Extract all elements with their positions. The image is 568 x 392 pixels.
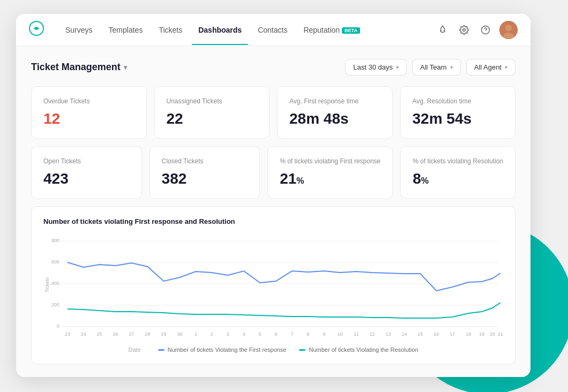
svg-text:13: 13 [386,331,391,337]
svg-text:4: 4 [243,331,245,337]
page-title: Ticket Management ▾ [31,62,127,73]
x-axis-label: Date [129,346,141,353]
chart-card: Number of tickets violating First respon… [31,206,515,364]
chevron-down-icon: ▾ [450,64,453,70]
stat-label: % of tickets violating Resolution [413,157,503,165]
nav-reputation[interactable]: ReputationBETA [297,21,367,39]
svg-text:0: 0 [57,323,59,329]
svg-text:20: 20 [490,331,495,337]
stat-value: 12 [43,110,134,127]
agent-filter[interactable]: All Agent ▾ [466,59,515,76]
chart-legend: Date Number of tickets Violating the Fir… [43,346,503,353]
svg-text:7: 7 [290,331,293,337]
svg-text:12: 12 [370,331,375,337]
logo [29,21,44,39]
stat-card-first-response: Avg. First response time 28m 48s [277,86,393,139]
nav-dashboards[interactable]: Dashboards [192,21,248,39]
svg-text:16: 16 [434,331,439,337]
svg-text:400: 400 [51,281,59,286]
stat-card-closed: Closed Tickets 382 [150,146,260,199]
stat-label: Avg. First response time [289,97,380,105]
nav-actions [435,21,518,39]
legend-color-first [158,349,165,351]
legend-color-resolution [299,349,305,351]
stat-value: 382 [162,170,248,187]
stat-card-overdue: Overdue Tickets 12 [31,86,147,139]
nav-links: Surveys Templates Tickets Dashboards Con… [59,21,435,39]
nav-surveys[interactable]: Surveys [59,21,99,39]
svg-point-5 [505,25,512,31]
stat-label: Unassigned Tickets [167,97,258,105]
svg-text:600: 600 [51,259,59,265]
toolbar: Ticket Management ▾ Last 30 days ▾ All T… [31,59,515,76]
stat-label: Open Tickets [43,157,130,165]
chevron-down-icon: ▾ [505,64,507,70]
stat-card-unassigned: Unassigned Tickets 22 [154,86,270,139]
svg-text:21: 21 [498,331,503,337]
nav-contacts[interactable]: Contacts [251,21,294,39]
legend-item-first: Number of tickets Violating the First re… [158,346,287,353]
svg-text:30: 30 [177,331,182,337]
rocket-icon[interactable] [435,22,450,37]
stat-value: 8% [413,170,503,187]
svg-text:18: 18 [466,331,471,337]
stats-grid-row2: Open Tickets 423 Closed Tickets 382 % of… [31,146,515,199]
svg-text:27: 27 [129,331,134,337]
svg-text:200: 200 [51,302,59,307]
svg-text:28: 28 [145,331,151,337]
filter-group: Last 30 days ▾ All Team ▾ All Agent ▾ [345,59,515,76]
stat-value: 423 [43,170,130,187]
stat-label: Avg. Resolution time [413,97,504,105]
team-filter[interactable]: All Team ▾ [412,59,461,76]
svg-text:8: 8 [307,331,309,337]
stat-label: % of tickets violating First response [280,157,380,165]
title-dropdown-icon[interactable]: ▾ [124,64,127,71]
stat-card-pct-resolution: % of tickets violating Resolution 8% [400,146,515,199]
date-filter[interactable]: Last 30 days ▾ [345,59,407,76]
svg-text:10: 10 [338,331,343,337]
chart-title: Number of tickets violating First respon… [43,217,503,225]
resolution-line [68,303,500,318]
stat-label: Overdue Tickets [43,97,134,105]
stat-card-resolution: Avg. Resolution time 32m 54s [400,86,516,139]
stats-grid-row1: Overdue Tickets 12 Unassigned Tickets 22… [31,86,515,139]
avatar[interactable] [499,21,518,39]
content-area: Ticket Management ▾ Last 30 days ▾ All T… [16,46,530,377]
svg-text:29: 29 [161,331,166,337]
legend-item-resolution: Number of tickets Violating the Resoluti… [299,346,418,353]
stat-label: Closed Tickets [162,157,248,165]
svg-text:1: 1 [195,331,197,337]
svg-text:3: 3 [227,331,229,337]
gear-icon[interactable] [457,22,472,37]
svg-text:Tickets: Tickets [44,277,50,292]
svg-text:11: 11 [354,331,359,337]
stat-card-pct-first: % of tickets violating First response 21… [267,146,393,199]
svg-text:6: 6 [274,331,277,337]
nav-tickets[interactable]: Tickets [152,21,189,39]
stat-value: 21% [280,170,380,187]
first-response-line [68,262,500,291]
navigation: Surveys Templates Tickets Dashboards Con… [16,14,530,46]
stat-card-open: Open Tickets 423 [31,146,142,199]
stat-value: 28m 48s [289,110,380,127]
svg-text:23: 23 [65,331,70,337]
svg-text:2: 2 [211,331,213,337]
nav-templates[interactable]: Templates [102,21,150,39]
svg-text:800: 800 [51,238,59,243]
svg-text:5: 5 [259,331,261,337]
svg-text:9: 9 [323,331,325,337]
stat-value: 32m 54s [413,110,504,127]
svg-text:26: 26 [113,331,118,337]
chevron-down-icon: ▾ [396,64,399,70]
svg-point-1 [463,28,466,31]
svg-text:24: 24 [81,331,86,337]
svg-text:14: 14 [401,331,407,337]
svg-text:17: 17 [450,331,455,337]
help-icon[interactable] [478,22,493,37]
svg-text:19: 19 [479,331,484,337]
stat-value: 22 [167,110,258,127]
svg-text:25: 25 [97,331,102,337]
chart-svg: 800 600 400 200 0 Tickets [43,234,503,341]
svg-text:15: 15 [417,331,423,337]
app-window: Surveys Templates Tickets Dashboards Con… [16,14,530,377]
